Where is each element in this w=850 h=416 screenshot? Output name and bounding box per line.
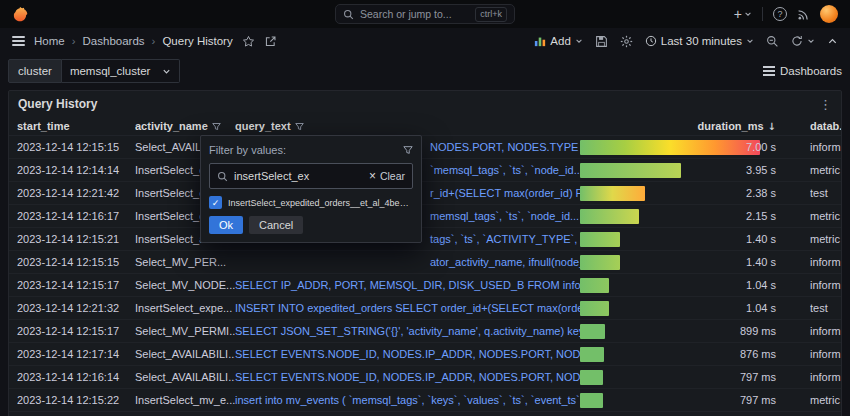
search-icon bbox=[343, 9, 354, 20]
cell-query-text[interactable]: SELECT IP_ADDR, PORT, MEMSQL_DIR, DISK_U… bbox=[235, 279, 580, 291]
share-icon[interactable] bbox=[264, 35, 277, 48]
cell-start-time: 2023-12-14 12:15:15 bbox=[17, 141, 135, 153]
filter-search-box[interactable]: × Clear bbox=[209, 163, 413, 189]
filter-popup: Filter by values: × Clear ✓ InsertSelect… bbox=[200, 135, 422, 243]
filter-search-input[interactable] bbox=[234, 170, 363, 182]
menu-icon[interactable] bbox=[12, 34, 25, 48]
cluster-variable: cluster memsql_cluster bbox=[8, 59, 180, 83]
cell-query-text[interactable]: SELECT EVENTS.NODE_ID, NODES.IP_ADDR, NO… bbox=[235, 371, 580, 383]
cluster-variable-value: memsql_cluster bbox=[70, 65, 151, 77]
table-row[interactable]: 2023-12-14 12:15:15 Select_AVAILA... NOD… bbox=[9, 136, 841, 159]
search-input[interactable]: Search or jump to... ctrl+k bbox=[335, 4, 515, 24]
help-icon[interactable]: ? bbox=[773, 7, 787, 21]
panel-menu-icon[interactable]: ⋮ bbox=[819, 97, 832, 112]
add-panel-icon bbox=[534, 35, 546, 47]
table-row[interactable]: 2023-12-14 12:15:17 Select_MV_NODE... SE… bbox=[9, 274, 841, 297]
save-icon[interactable] bbox=[595, 35, 608, 48]
user-avatar[interactable] bbox=[820, 5, 838, 23]
table-row[interactable]: 2023-12-14 12:16:14 Select_AVAILABILI...… bbox=[9, 366, 841, 389]
panel-title: Query History bbox=[18, 97, 97, 111]
table-row[interactable]: 2023-12-14 12:15:15 Select_MV_PER... ato… bbox=[9, 251, 841, 274]
cell-database: inform... bbox=[810, 141, 841, 153]
breadcrumb-home[interactable]: Home bbox=[34, 35, 65, 47]
cell-database: metric bbox=[810, 164, 841, 176]
table-row[interactable]: 2023-12-14 12:15:21 InsertSelect_a... ta… bbox=[9, 228, 841, 251]
cell-start-time: 2023-12-14 12:14:14 bbox=[17, 164, 135, 176]
filter-option-label: InsertSelect_expedited_orders__et_al_4be… bbox=[228, 198, 413, 208]
cell-database: test bbox=[810, 187, 841, 199]
caret-down-icon bbox=[162, 67, 171, 76]
column-header-duration-ms[interactable]: duration_ms ↓ bbox=[580, 120, 810, 132]
cell-duration-gauge: 1.40 s bbox=[580, 228, 810, 250]
table-row[interactable]: 2023-12-14 12:21:32 InsertSelect_expe...… bbox=[9, 297, 841, 320]
cell-query-text[interactable]: ator_activity_name, ifnull(node_... bbox=[235, 256, 580, 268]
dashboards-link[interactable]: Dashboards bbox=[763, 65, 842, 77]
breadcrumb-dashboards[interactable]: Dashboards bbox=[83, 35, 145, 47]
table-body: 2023-12-14 12:15:15 Select_AVAILA... NOD… bbox=[9, 136, 841, 412]
cell-duration-gauge: 797 ms bbox=[580, 366, 810, 388]
cell-activity-name: InsertSelect_expe... bbox=[135, 302, 235, 314]
table-row[interactable]: 2023-12-14 12:15:17 Select_MV_PERMI... S… bbox=[9, 320, 841, 343]
cell-duration-gauge: 1.04 s bbox=[580, 297, 810, 319]
cell-database: test bbox=[810, 302, 841, 314]
topbar-actions: + ? bbox=[734, 5, 838, 23]
cell-duration-value: 797 ms bbox=[740, 370, 776, 385]
search-icon bbox=[217, 171, 228, 182]
filter-option-row[interactable]: ✓ InsertSelect_expedited_orders__et_al_4… bbox=[209, 196, 413, 209]
cell-start-time: 2023-12-14 12:17:14 bbox=[17, 348, 135, 360]
column-header-start-time[interactable]: start_time bbox=[17, 120, 135, 132]
duration-bar bbox=[580, 393, 603, 408]
duration-bar bbox=[580, 324, 605, 339]
cell-query-text[interactable]: INSERT INTO expedited_orders SELECT orde… bbox=[235, 302, 580, 314]
duration-bar bbox=[580, 186, 645, 201]
cluster-variable-dropdown[interactable]: memsql_cluster bbox=[62, 59, 181, 83]
column-header-query-text[interactable]: query_text bbox=[235, 120, 580, 132]
zoom-out-icon[interactable] bbox=[766, 35, 779, 48]
cell-database: inform... bbox=[810, 348, 841, 360]
filter-icon[interactable] bbox=[295, 122, 304, 131]
cell-duration-gauge: 2.38 s bbox=[580, 182, 810, 204]
cell-query-text[interactable]: SELECT EVENTS.NODE_ID, NODES.IP_ADDR, NO… bbox=[235, 348, 580, 360]
close-icon: × bbox=[369, 171, 376, 181]
cell-duration-gauge: 3.95 s bbox=[580, 159, 810, 181]
table-row[interactable]: 2023-12-14 12:15:22 InsertSelect_mv_e...… bbox=[9, 389, 841, 412]
caret-down-icon bbox=[744, 10, 752, 18]
time-range-label: Last 30 minutes bbox=[661, 35, 742, 47]
cell-database: inform... bbox=[810, 256, 841, 268]
checkbox-checked-icon[interactable]: ✓ bbox=[209, 196, 222, 209]
shortcut-badge: ctrl+k bbox=[475, 7, 507, 22]
cell-query-text[interactable]: insert into mv_events ( `memsql_tags`, `… bbox=[235, 394, 580, 406]
cell-duration-gauge: 797 ms bbox=[580, 389, 810, 411]
cell-activity-name: Select_AVAILABILI... bbox=[135, 348, 235, 360]
duration-bar bbox=[580, 347, 604, 362]
column-header-activity-name[interactable]: activity_name bbox=[135, 120, 235, 132]
news-icon[interactable] bbox=[797, 8, 810, 21]
refresh-button[interactable] bbox=[791, 35, 815, 47]
filter-icon[interactable] bbox=[212, 122, 221, 131]
star-icon[interactable] bbox=[242, 35, 255, 48]
plus-icon: + bbox=[734, 6, 742, 22]
filter-icon[interactable] bbox=[403, 145, 413, 155]
settings-gear-icon[interactable] bbox=[620, 35, 633, 48]
cell-duration-value: 899 ms bbox=[740, 324, 776, 339]
duration-bar bbox=[580, 209, 639, 224]
cell-duration-value: 876 ms bbox=[740, 347, 776, 362]
column-header-database[interactable]: datab... bbox=[810, 120, 841, 132]
panel-header[interactable]: Query History ⋮ bbox=[9, 91, 841, 117]
table-row[interactable]: 2023-12-14 12:14:14 InsertSelect_q... `m… bbox=[9, 159, 841, 182]
cell-duration-value: 7.00 s bbox=[746, 140, 776, 155]
cell-query-text[interactable]: SELECT JSON_SET_STRING('{}', 'activity_n… bbox=[235, 325, 580, 337]
dashboards-link-label: Dashboards bbox=[780, 65, 842, 77]
table-row[interactable]: 2023-12-14 12:17:14 Select_AVAILABILI...… bbox=[9, 343, 841, 366]
table-row[interactable]: 2023-12-14 12:16:17 InsertSelect_q... me… bbox=[9, 205, 841, 228]
clear-filter-button[interactable]: × Clear bbox=[369, 170, 405, 182]
cancel-button[interactable]: Cancel bbox=[249, 216, 303, 234]
toolbar-actions: Add Last 30 minutes bbox=[534, 35, 838, 48]
time-range-picker[interactable]: Last 30 minutes bbox=[645, 35, 754, 47]
chevron-up-icon[interactable] bbox=[827, 36, 838, 47]
ok-button[interactable]: Ok bbox=[209, 216, 243, 234]
add-button[interactable]: Add bbox=[534, 35, 582, 47]
new-button[interactable]: + bbox=[734, 6, 752, 22]
grafana-logo-icon[interactable] bbox=[12, 6, 29, 23]
table-row[interactable]: 2023-12-14 12:21:42 InsertSelect_ex... r… bbox=[9, 182, 841, 205]
